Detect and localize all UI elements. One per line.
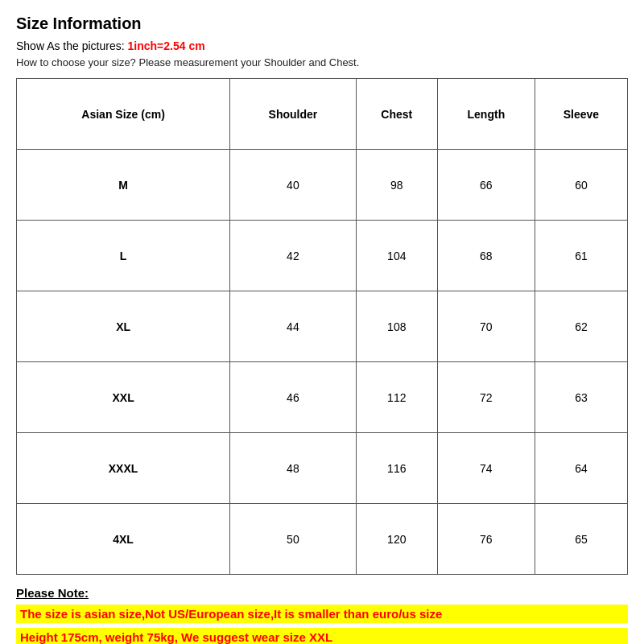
show-as-line: Show As the pictures: 1inch=2.54 cm	[16, 39, 628, 52]
cell-size: M	[17, 150, 230, 221]
cell-size: L	[17, 221, 230, 291]
cell-length: 66	[437, 150, 535, 221]
cell-size: 4XL	[17, 504, 230, 575]
cell-length: 76	[437, 504, 535, 575]
cell-size: XXL	[17, 362, 230, 433]
cell-sleeve: 64	[535, 433, 627, 504]
cell-sleeve: 65	[535, 504, 627, 575]
cell-chest: 116	[356, 433, 437, 504]
table-row: 4XL501207665	[17, 504, 628, 575]
show-as-label: Show As the pictures:	[16, 39, 128, 52]
cell-length: 68	[437, 221, 535, 291]
show-as-value: 1inch=2.54 cm	[128, 39, 205, 52]
cell-chest: 120	[356, 504, 437, 575]
cell-chest: 104	[356, 221, 437, 291]
how-to-text: How to choose your size? Please measurem…	[16, 56, 628, 68]
please-note-label: Please Note:	[16, 586, 628, 600]
cell-size: XL	[17, 291, 230, 362]
cell-chest: 112	[356, 362, 437, 433]
cell-sleeve: 60	[535, 150, 627, 221]
cell-chest: 108	[356, 291, 437, 362]
cell-shoulder: 50	[230, 504, 357, 575]
cell-length: 72	[437, 362, 535, 433]
col-header-sleeve: Sleeve	[535, 79, 627, 150]
table-row: L421046861	[17, 221, 628, 291]
col-header-length: Length	[437, 79, 535, 150]
cell-shoulder: 48	[230, 433, 357, 504]
cell-shoulder: 40	[230, 150, 357, 221]
note-line2: Height 175cm, weight 75kg, We suggest we…	[16, 628, 628, 644]
cell-sleeve: 63	[535, 362, 627, 433]
col-header-size: Asian Size (cm)	[17, 79, 230, 150]
note-section: Please Note: The size is asian size,Not …	[16, 586, 628, 644]
cell-chest: 98	[356, 150, 437, 221]
table-row: XXL461127263	[17, 362, 628, 433]
cell-length: 74	[437, 433, 535, 504]
table-row: XXXL481167464	[17, 433, 628, 504]
note-line1: The size is asian size,Not US/European s…	[16, 605, 628, 623]
size-table: Asian Size (cm) Shoulder Chest Length Sl…	[16, 78, 628, 575]
cell-shoulder: 44	[230, 291, 357, 362]
cell-shoulder: 42	[230, 221, 357, 291]
cell-sleeve: 62	[535, 291, 627, 362]
page-title: Size Information	[16, 14, 628, 33]
col-header-chest: Chest	[356, 79, 437, 150]
cell-length: 70	[437, 291, 535, 362]
cell-shoulder: 46	[230, 362, 357, 433]
col-header-shoulder: Shoulder	[230, 79, 357, 150]
table-row: M40986660	[17, 150, 628, 221]
table-row: XL441087062	[17, 291, 628, 362]
cell-sleeve: 61	[535, 221, 627, 291]
cell-size: XXXL	[17, 433, 230, 504]
